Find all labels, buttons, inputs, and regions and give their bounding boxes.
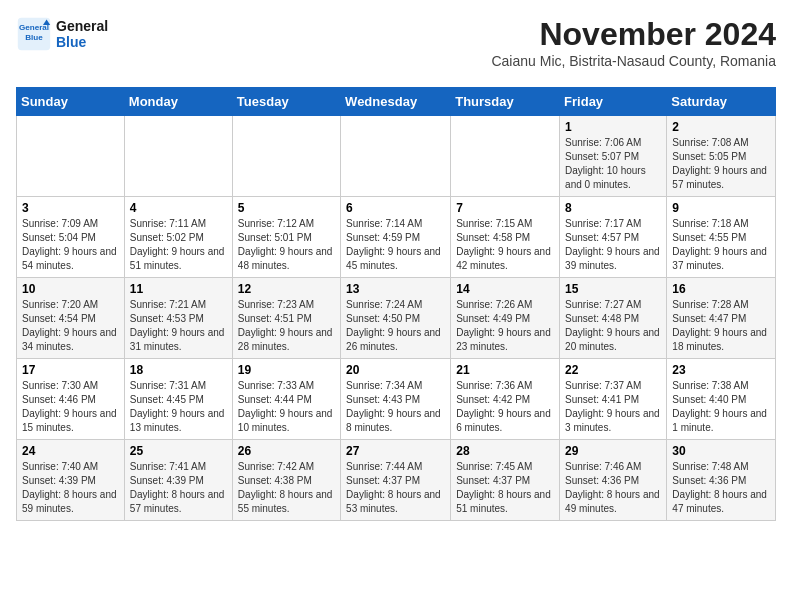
day-info: Sunrise: 7:33 AM Sunset: 4:44 PM Dayligh… <box>238 379 335 435</box>
calendar-cell: 13Sunrise: 7:24 AM Sunset: 4:50 PM Dayli… <box>341 278 451 359</box>
day-number: 28 <box>456 444 554 458</box>
title-section: November 2024 Caianu Mic, Bistrita-Nasau… <box>491 16 776 77</box>
day-info: Sunrise: 7:41 AM Sunset: 4:39 PM Dayligh… <box>130 460 227 516</box>
day-number: 25 <box>130 444 227 458</box>
calendar-cell: 6Sunrise: 7:14 AM Sunset: 4:59 PM Daylig… <box>341 197 451 278</box>
day-number: 14 <box>456 282 554 296</box>
day-info: Sunrise: 7:36 AM Sunset: 4:42 PM Dayligh… <box>456 379 554 435</box>
calendar-cell: 4Sunrise: 7:11 AM Sunset: 5:02 PM Daylig… <box>124 197 232 278</box>
calendar-cell: 12Sunrise: 7:23 AM Sunset: 4:51 PM Dayli… <box>232 278 340 359</box>
calendar-cell: 8Sunrise: 7:17 AM Sunset: 4:57 PM Daylig… <box>560 197 667 278</box>
day-info: Sunrise: 7:44 AM Sunset: 4:37 PM Dayligh… <box>346 460 445 516</box>
calendar-cell <box>17 116 125 197</box>
calendar-cell: 19Sunrise: 7:33 AM Sunset: 4:44 PM Dayli… <box>232 359 340 440</box>
day-number: 5 <box>238 201 335 215</box>
calendar-cell: 30Sunrise: 7:48 AM Sunset: 4:36 PM Dayli… <box>667 440 776 521</box>
day-header-monday: Monday <box>124 88 232 116</box>
day-info: Sunrise: 7:18 AM Sunset: 4:55 PM Dayligh… <box>672 217 770 273</box>
day-info: Sunrise: 7:28 AM Sunset: 4:47 PM Dayligh… <box>672 298 770 354</box>
calendar-cell: 28Sunrise: 7:45 AM Sunset: 4:37 PM Dayli… <box>451 440 560 521</box>
day-number: 2 <box>672 120 770 134</box>
day-info: Sunrise: 7:38 AM Sunset: 4:40 PM Dayligh… <box>672 379 770 435</box>
calendar-cell: 17Sunrise: 7:30 AM Sunset: 4:46 PM Dayli… <box>17 359 125 440</box>
calendar-cell: 23Sunrise: 7:38 AM Sunset: 4:40 PM Dayli… <box>667 359 776 440</box>
day-number: 7 <box>456 201 554 215</box>
day-number: 27 <box>346 444 445 458</box>
day-info: Sunrise: 7:45 AM Sunset: 4:37 PM Dayligh… <box>456 460 554 516</box>
day-number: 15 <box>565 282 661 296</box>
calendar-cell: 7Sunrise: 7:15 AM Sunset: 4:58 PM Daylig… <box>451 197 560 278</box>
day-number: 22 <box>565 363 661 377</box>
day-number: 16 <box>672 282 770 296</box>
day-number: 21 <box>456 363 554 377</box>
svg-text:Blue: Blue <box>25 33 43 42</box>
day-info: Sunrise: 7:46 AM Sunset: 4:36 PM Dayligh… <box>565 460 661 516</box>
day-info: Sunrise: 7:14 AM Sunset: 4:59 PM Dayligh… <box>346 217 445 273</box>
calendar-cell: 18Sunrise: 7:31 AM Sunset: 4:45 PM Dayli… <box>124 359 232 440</box>
calendar-cell: 21Sunrise: 7:36 AM Sunset: 4:42 PM Dayli… <box>451 359 560 440</box>
day-number: 8 <box>565 201 661 215</box>
calendar-cell: 15Sunrise: 7:27 AM Sunset: 4:48 PM Dayli… <box>560 278 667 359</box>
day-info: Sunrise: 7:20 AM Sunset: 4:54 PM Dayligh… <box>22 298 119 354</box>
calendar-cell: 16Sunrise: 7:28 AM Sunset: 4:47 PM Dayli… <box>667 278 776 359</box>
calendar-cell <box>451 116 560 197</box>
day-number: 11 <box>130 282 227 296</box>
day-number: 10 <box>22 282 119 296</box>
day-number: 30 <box>672 444 770 458</box>
day-number: 26 <box>238 444 335 458</box>
calendar-cell: 29Sunrise: 7:46 AM Sunset: 4:36 PM Dayli… <box>560 440 667 521</box>
day-number: 24 <box>22 444 119 458</box>
calendar-cell <box>232 116 340 197</box>
calendar-cell: 22Sunrise: 7:37 AM Sunset: 4:41 PM Dayli… <box>560 359 667 440</box>
day-header-friday: Friday <box>560 88 667 116</box>
calendar-cell <box>341 116 451 197</box>
day-info: Sunrise: 7:11 AM Sunset: 5:02 PM Dayligh… <box>130 217 227 273</box>
calendar-cell: 1Sunrise: 7:06 AM Sunset: 5:07 PM Daylig… <box>560 116 667 197</box>
day-info: Sunrise: 7:24 AM Sunset: 4:50 PM Dayligh… <box>346 298 445 354</box>
logo-icon: General Blue <box>16 16 52 52</box>
day-info: Sunrise: 7:31 AM Sunset: 4:45 PM Dayligh… <box>130 379 227 435</box>
day-header-thursday: Thursday <box>451 88 560 116</box>
day-info: Sunrise: 7:06 AM Sunset: 5:07 PM Dayligh… <box>565 136 661 192</box>
day-info: Sunrise: 7:17 AM Sunset: 4:57 PM Dayligh… <box>565 217 661 273</box>
day-header-saturday: Saturday <box>667 88 776 116</box>
calendar-cell: 14Sunrise: 7:26 AM Sunset: 4:49 PM Dayli… <box>451 278 560 359</box>
calendar-cell: 25Sunrise: 7:41 AM Sunset: 4:39 PM Dayli… <box>124 440 232 521</box>
day-number: 18 <box>130 363 227 377</box>
day-number: 23 <box>672 363 770 377</box>
day-info: Sunrise: 7:26 AM Sunset: 4:49 PM Dayligh… <box>456 298 554 354</box>
calendar-cell: 5Sunrise: 7:12 AM Sunset: 5:01 PM Daylig… <box>232 197 340 278</box>
calendar-cell: 24Sunrise: 7:40 AM Sunset: 4:39 PM Dayli… <box>17 440 125 521</box>
day-header-sunday: Sunday <box>17 88 125 116</box>
day-info: Sunrise: 7:12 AM Sunset: 5:01 PM Dayligh… <box>238 217 335 273</box>
calendar-cell: 27Sunrise: 7:44 AM Sunset: 4:37 PM Dayli… <box>341 440 451 521</box>
calendar-table: SundayMondayTuesdayWednesdayThursdayFrid… <box>16 87 776 521</box>
day-info: Sunrise: 7:23 AM Sunset: 4:51 PM Dayligh… <box>238 298 335 354</box>
day-info: Sunrise: 7:15 AM Sunset: 4:58 PM Dayligh… <box>456 217 554 273</box>
day-info: Sunrise: 7:21 AM Sunset: 4:53 PM Dayligh… <box>130 298 227 354</box>
day-number: 1 <box>565 120 661 134</box>
day-header-wednesday: Wednesday <box>341 88 451 116</box>
day-number: 19 <box>238 363 335 377</box>
day-info: Sunrise: 7:34 AM Sunset: 4:43 PM Dayligh… <box>346 379 445 435</box>
day-info: Sunrise: 7:30 AM Sunset: 4:46 PM Dayligh… <box>22 379 119 435</box>
calendar-cell <box>124 116 232 197</box>
day-info: Sunrise: 7:37 AM Sunset: 4:41 PM Dayligh… <box>565 379 661 435</box>
day-info: Sunrise: 7:08 AM Sunset: 5:05 PM Dayligh… <box>672 136 770 192</box>
day-number: 12 <box>238 282 335 296</box>
day-number: 4 <box>130 201 227 215</box>
subtitle: Caianu Mic, Bistrita-Nasaud County, Roma… <box>491 53 776 69</box>
day-info: Sunrise: 7:09 AM Sunset: 5:04 PM Dayligh… <box>22 217 119 273</box>
month-title: November 2024 <box>491 16 776 53</box>
day-header-tuesday: Tuesday <box>232 88 340 116</box>
day-info: Sunrise: 7:27 AM Sunset: 4:48 PM Dayligh… <box>565 298 661 354</box>
day-number: 17 <box>22 363 119 377</box>
day-number: 3 <box>22 201 119 215</box>
day-number: 6 <box>346 201 445 215</box>
logo: General Blue General Blue <box>16 16 108 52</box>
calendar-cell: 3Sunrise: 7:09 AM Sunset: 5:04 PM Daylig… <box>17 197 125 278</box>
calendar-cell: 9Sunrise: 7:18 AM Sunset: 4:55 PM Daylig… <box>667 197 776 278</box>
calendar-cell: 26Sunrise: 7:42 AM Sunset: 4:38 PM Dayli… <box>232 440 340 521</box>
day-info: Sunrise: 7:42 AM Sunset: 4:38 PM Dayligh… <box>238 460 335 516</box>
day-info: Sunrise: 7:40 AM Sunset: 4:39 PM Dayligh… <box>22 460 119 516</box>
